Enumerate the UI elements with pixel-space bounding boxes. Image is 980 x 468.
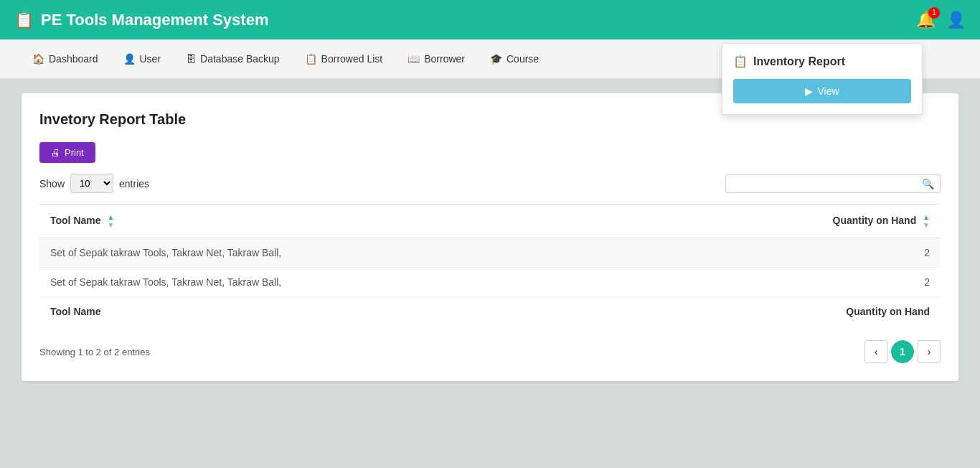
showing-text: Showing 1 to 2 of 2 entries <box>39 347 150 357</box>
brand-text: PE Tools Management System <box>41 11 268 29</box>
table-header-row: Tool Name ▲ ▼ Quantity on Hand ▲ ▼ <box>39 205 941 238</box>
sort-tool-name[interactable]: ▲ ▼ <box>107 213 114 229</box>
cell-tool-name: Set of Sepak takraw Tools, Takraw Net, T… <box>39 268 652 297</box>
report-table: Tool Name ▲ ▼ Quantity on Hand ▲ ▼ <box>39 204 941 326</box>
sidebar-item-course[interactable]: 🎓 Course <box>479 47 550 70</box>
printer-icon: 🖨 <box>51 147 60 158</box>
notification-button[interactable]: 🔔 1 <box>916 11 936 29</box>
nav-label-user: User <box>140 53 161 65</box>
play-icon: ▶ <box>805 85 813 97</box>
search-input[interactable] <box>732 178 922 189</box>
sort-down-qty-icon: ▼ <box>923 221 930 229</box>
list-icon: 📋 <box>305 53 317 65</box>
brand: 📋 PE Tools Management System <box>14 11 268 29</box>
table-footer-row: Tool Name Quantity on Hand <box>39 297 941 327</box>
user-icon: 👤 <box>123 53 136 65</box>
sort-up-qty-icon: ▲ <box>923 213 930 221</box>
nav-label-dashboard: Dashboard <box>49 53 98 65</box>
sort-quantity[interactable]: ▲ ▼ <box>923 213 930 229</box>
database-icon: 🗄 <box>186 53 196 65</box>
search-box: 🔍 <box>725 174 941 193</box>
col-tool-name-label: Tool Name <box>50 215 101 226</box>
next-icon: › <box>928 346 931 357</box>
pagination-row: Showing 1 to 2 of 2 entries ‹ 1 › <box>39 340 941 363</box>
header: 📋 PE Tools Management System 🔔 1 👤 <box>0 0 980 39</box>
entries-row: Show 10 25 50 100 entries 🔍 <box>39 174 941 193</box>
prev-icon: ‹ <box>875 346 878 357</box>
main-content: Invetory Report Table 🖨 Print Show 10 25… <box>0 79 980 396</box>
view-button[interactable]: ▶ View <box>733 79 911 103</box>
sort-down-icon: ▼ <box>107 221 114 229</box>
header-icons: 🔔 1 👤 <box>916 11 966 29</box>
nav-label-database-backup: Database Backup <box>200 53 280 65</box>
print-button[interactable]: 🖨 Print <box>39 142 95 163</box>
sidebar-item-database-backup[interactable]: 🗄 Database Backup <box>175 47 291 70</box>
page-1-button[interactable]: 1 <box>891 340 914 363</box>
prev-page-button[interactable]: ‹ <box>864 340 887 363</box>
sort-up-icon: ▲ <box>107 213 114 221</box>
view-label: View <box>817 85 839 97</box>
nav-label-course: Course <box>507 53 539 65</box>
sidebar-item-user[interactable]: 👤 User <box>113 47 172 70</box>
footer-quantity: Quantity on Hand <box>652 297 941 327</box>
nav-label-borrower: Borrower <box>424 53 465 65</box>
home-icon: 🏠 <box>32 53 44 65</box>
book-icon: 📖 <box>407 53 420 65</box>
cell-quantity: 2 <box>652 268 941 297</box>
col-quantity-label: Quantity on Hand <box>833 215 917 226</box>
footer-tool-name: Tool Name <box>39 297 652 327</box>
brand-icon: 📋 <box>14 11 34 29</box>
inventory-report-dropdown: 📋 Inventory Report ▶ View <box>722 43 923 115</box>
nav-label-borrowed-list: Borrowed List <box>321 53 383 65</box>
dropdown-title: 📋 Inventory Report <box>733 55 911 68</box>
report-card: Invetory Report Table 🖨 Print Show 10 25… <box>22 93 958 381</box>
table-row: Set of Sepak takraw Tools, Takraw Net, T… <box>39 238 941 268</box>
sidebar-item-dashboard[interactable]: 🏠 Dashboard <box>22 47 109 70</box>
entries-left: Show 10 25 50 100 entries <box>39 174 149 193</box>
next-page-button[interactable]: › <box>918 340 941 363</box>
col-quantity[interactable]: Quantity on Hand ▲ ▼ <box>652 205 941 238</box>
entries-select[interactable]: 10 25 50 100 <box>70 174 113 193</box>
report-icon: 📋 <box>733 55 748 68</box>
cell-quantity: 2 <box>652 238 941 268</box>
print-label: Print <box>65 147 84 158</box>
page-1-label: 1 <box>900 346 905 357</box>
notification-badge: 1 <box>928 7 940 19</box>
entries-label: entries <box>119 178 149 189</box>
dropdown-title-text: Inventory Report <box>753 55 845 68</box>
table-row: Set of Sepak takraw Tools, Takraw Net, T… <box>39 268 941 297</box>
course-icon: 🎓 <box>490 53 502 65</box>
sidebar-item-borrower[interactable]: 📖 Borrower <box>397 47 476 70</box>
col-tool-name[interactable]: Tool Name ▲ ▼ <box>39 205 652 238</box>
user-profile-icon[interactable]: 👤 <box>946 11 966 29</box>
pagination: ‹ 1 › <box>864 340 941 363</box>
table-body: Set of Sepak takraw Tools, Takraw Net, T… <box>39 238 941 297</box>
cell-tool-name: Set of Sepak takraw Tools, Takraw Net, T… <box>39 238 652 268</box>
show-label: Show <box>39 178 65 189</box>
search-icon: 🔍 <box>922 178 934 189</box>
sidebar-item-borrowed-list[interactable]: 📋 Borrowed List <box>294 47 394 70</box>
